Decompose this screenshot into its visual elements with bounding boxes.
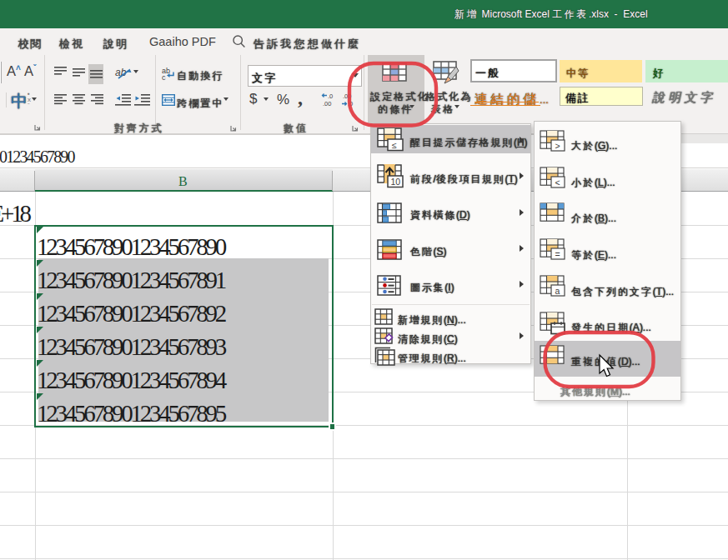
svg-text:.00: .00 <box>323 100 331 108</box>
svg-text:≤: ≤ <box>392 140 397 150</box>
svg-text:<: < <box>555 178 560 188</box>
svg-text:.00: .00 <box>343 92 351 100</box>
svg-text:a: a <box>555 286 560 296</box>
svg-text:.0: .0 <box>348 100 353 108</box>
svg-text:=: = <box>555 249 560 259</box>
svg-text:10: 10 <box>391 177 401 187</box>
svg-text:>: > <box>555 141 560 151</box>
svg-text:c: c <box>162 73 166 81</box>
svg-text:.0: .0 <box>328 92 333 100</box>
